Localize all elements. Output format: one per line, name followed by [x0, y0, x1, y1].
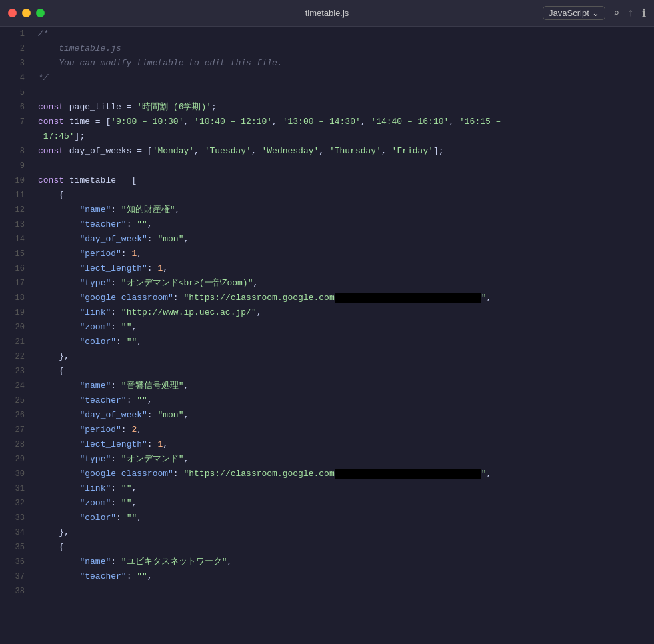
line-num: 7 — [5, 115, 25, 129]
code-line-2: timetable.js — [38, 41, 646, 56]
code-line-6: const page_title = '時間割 (6学期)'; — [38, 100, 646, 115]
line-num: 1 — [5, 27, 25, 41]
line-num: 27 — [5, 423, 25, 437]
line-num — [5, 129, 25, 144]
line-num: 16 — [5, 261, 25, 276]
code-line-25: "teacher": "", — [38, 393, 646, 408]
line-num: 35 — [5, 540, 25, 555]
language-selector[interactable]: JavaScript ⌄ — [543, 6, 605, 20]
line-num: 21 — [5, 335, 25, 349]
line-num: 10 — [5, 173, 25, 188]
code-line-28: "lect_length": 1, — [38, 437, 646, 452]
line-num: 32 — [5, 496, 25, 511]
code-line-19: "link": "http://www.ip.uec.ac.jp/", — [38, 305, 646, 320]
window-title: timetable.js — [305, 8, 349, 18]
line-num: 17 — [5, 276, 25, 291]
titlebar: timetable.js JavaScript ⌄ ⌕ ↑ ℹ — [0, 0, 654, 27]
line-num: 26 — [5, 408, 25, 423]
code-line-30: "google_classroom": "https://classroom.g… — [38, 467, 646, 481]
line-num: 22 — [5, 349, 25, 364]
code-line-35: { — [38, 540, 646, 555]
line-num: 4 — [5, 71, 25, 85]
code-line-7: const time = ['9:00 – 10:30', '10:40 – 1… — [38, 115, 646, 129]
code-line-8: const day_of_weeks = ['Monday', 'Tuesday… — [38, 144, 646, 159]
toolbar-right: JavaScript ⌄ ⌕ ↑ ℹ — [543, 6, 646, 20]
line-num: 23 — [5, 364, 25, 379]
code-line-24: "name": "音響信号処理", — [38, 379, 646, 393]
code-line-37: "teacher": "", — [38, 569, 646, 584]
code-line-3: You can modify timetable to edit this fi… — [38, 56, 646, 71]
code-line-23: { — [38, 364, 646, 379]
code-line-36: "name": "ユビキタスネットワーク", — [38, 555, 646, 569]
code-content: /* timetable.js You can modify timetable… — [30, 27, 654, 644]
code-line-18: "google_classroom": "https://classroom.g… — [38, 291, 646, 305]
code-line-32: "zoom": "", — [38, 496, 646, 511]
code-line-4: */ — [38, 71, 646, 85]
search-icon[interactable]: ⌕ — [613, 7, 620, 20]
line-num: 36 — [5, 555, 25, 569]
line-num: 28 — [5, 437, 25, 452]
line-num: 11 — [5, 188, 25, 203]
chevron-down-icon: ⌄ — [592, 8, 599, 18]
code-line-27: "period": 2, — [38, 423, 646, 437]
line-numbers: 1 2 3 4 5 6 7 8 9 10 11 12 13 14 15 16 1… — [0, 27, 30, 644]
line-num: 8 — [5, 144, 25, 159]
code-line-7b: 17:45']; — [38, 129, 646, 144]
line-num: 37 — [5, 569, 25, 584]
code-line-29: "type": "オンデマンド", — [38, 452, 646, 467]
code-line-21: "color": "", — [38, 335, 646, 349]
code-line-17: "type": "オンデマンド<br>(一部Zoom)", — [38, 276, 646, 291]
code-line-31: "link": "", — [38, 481, 646, 496]
line-num: 15 — [5, 247, 25, 261]
code-line-1: /* — [38, 27, 646, 41]
code-line-10: const timetable = [ — [38, 173, 646, 188]
line-num: 19 — [5, 305, 25, 320]
language-label: JavaScript — [549, 8, 589, 18]
code-line-22: }, — [38, 349, 646, 364]
line-num: 6 — [5, 100, 25, 115]
code-line-11: { — [38, 188, 646, 203]
line-num: 13 — [5, 217, 25, 232]
minimize-button[interactable] — [22, 9, 31, 17]
line-num: 14 — [5, 232, 25, 247]
code-line-15: "period": 1, — [38, 247, 646, 261]
traffic-lights — [8, 9, 45, 17]
share-icon[interactable]: ↑ — [627, 7, 634, 19]
code-line-16: "lect_length": 1, — [38, 261, 646, 276]
line-num: 9 — [5, 159, 25, 173]
line-num: 2 — [5, 41, 25, 56]
line-num: 24 — [5, 379, 25, 393]
line-num: 3 — [5, 56, 25, 71]
line-num: 29 — [5, 452, 25, 467]
code-line-33: "color": "", — [38, 511, 646, 525]
close-button[interactable] — [8, 9, 17, 17]
line-num: 5 — [5, 85, 25, 100]
info-icon[interactable]: ℹ — [642, 7, 646, 20]
line-num: 18 — [5, 291, 25, 305]
line-num: 20 — [5, 320, 25, 335]
code-line-13: "teacher": "", — [38, 217, 646, 232]
code-line-5 — [38, 85, 646, 100]
line-num: 31 — [5, 481, 25, 496]
line-num: 12 — [5, 203, 25, 217]
line-num: 30 — [5, 467, 25, 481]
line-num: 38 — [5, 584, 25, 599]
fullscreen-button[interactable] — [36, 9, 45, 17]
code-line-20: "zoom": "", — [38, 320, 646, 335]
code-line-34: }, — [38, 525, 646, 540]
line-num: 25 — [5, 393, 25, 408]
code-line-12: "name": "知的財産権", — [38, 203, 646, 217]
code-line-9 — [38, 159, 646, 173]
code-line-14: "day_of_week": "mon", — [38, 232, 646, 247]
line-num: 33 — [5, 511, 25, 525]
line-num: 34 — [5, 525, 25, 540]
code-line-26: "day_of_week": "mon", — [38, 408, 646, 423]
code-area: 1 2 3 4 5 6 7 8 9 10 11 12 13 14 15 16 1… — [0, 27, 654, 644]
